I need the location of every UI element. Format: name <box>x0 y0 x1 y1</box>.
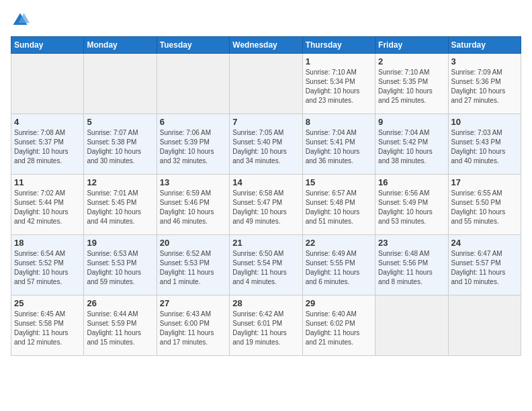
day-number: 1 <box>306 56 372 66</box>
cell-info: Sunrise: 7:06 AM Sunset: 5:39 PM Dayligh… <box>160 128 226 166</box>
day-number: 28 <box>232 298 299 308</box>
day-header-thursday: Thursday <box>302 37 375 54</box>
cell-info: Sunrise: 6:47 AM Sunset: 5:57 PM Dayligh… <box>451 249 518 287</box>
day-number: 8 <box>306 117 372 127</box>
day-number: 11 <box>14 177 81 187</box>
cell-info: Sunrise: 6:58 AM Sunset: 5:47 PM Dayligh… <box>232 189 299 226</box>
calendar-cell: 25Sunrise: 6:45 AM Sunset: 5:58 PM Dayli… <box>11 295 84 356</box>
day-number: 27 <box>160 298 226 308</box>
cell-info: Sunrise: 7:10 AM Sunset: 5:35 PM Dayligh… <box>378 68 445 105</box>
day-number: 17 <box>451 177 518 187</box>
day-number: 20 <box>160 238 226 248</box>
calendar-cell: 21Sunrise: 6:50 AM Sunset: 5:54 PM Dayli… <box>230 235 302 295</box>
calendar-cell: 3Sunrise: 7:09 AM Sunset: 5:36 PM Daylig… <box>448 54 521 114</box>
cell-info: Sunrise: 7:05 AM Sunset: 5:40 PM Dayligh… <box>232 128 299 166</box>
calendar-cell <box>157 54 229 114</box>
day-number: 24 <box>451 238 518 248</box>
calendar-cell: 9Sunrise: 7:04 AM Sunset: 5:42 PM Daylig… <box>375 114 448 175</box>
calendar-cell <box>84 54 157 114</box>
logo <box>11 11 32 30</box>
cell-info: Sunrise: 6:54 AM Sunset: 5:52 PM Dayligh… <box>14 249 81 287</box>
calendar-cell: 10Sunrise: 7:03 AM Sunset: 5:43 PM Dayli… <box>448 114 521 175</box>
cell-info: Sunrise: 7:04 AM Sunset: 5:42 PM Dayligh… <box>378 128 445 166</box>
day-header-saturday: Saturday <box>448 37 521 54</box>
week-row-2: 4Sunrise: 7:08 AM Sunset: 5:37 PM Daylig… <box>11 114 521 175</box>
cell-info: Sunrise: 7:07 AM Sunset: 5:38 PM Dayligh… <box>87 128 153 166</box>
calendar-cell: 11Sunrise: 7:02 AM Sunset: 5:44 PM Dayli… <box>11 175 84 235</box>
calendar-cell <box>375 295 448 356</box>
day-number: 22 <box>306 238 372 248</box>
cell-info: Sunrise: 7:01 AM Sunset: 5:45 PM Dayligh… <box>87 189 153 226</box>
day-header-wednesday: Wednesday <box>230 37 302 54</box>
calendar-cell: 1Sunrise: 7:10 AM Sunset: 5:34 PM Daylig… <box>302 54 375 114</box>
week-row-5: 25Sunrise: 6:45 AM Sunset: 5:58 PM Dayli… <box>11 295 521 356</box>
calendar-cell: 14Sunrise: 6:58 AM Sunset: 5:47 PM Dayli… <box>230 175 302 235</box>
calendar-table: SundayMondayTuesdayWednesdayThursdayFrid… <box>11 36 521 356</box>
calendar-cell: 19Sunrise: 6:53 AM Sunset: 5:53 PM Dayli… <box>84 235 157 295</box>
cell-info: Sunrise: 6:52 AM Sunset: 5:53 PM Dayligh… <box>160 249 226 287</box>
day-number: 19 <box>87 238 153 248</box>
logo-icon <box>11 11 30 30</box>
calendar-cell: 20Sunrise: 6:52 AM Sunset: 5:53 PM Dayli… <box>157 235 229 295</box>
day-number: 26 <box>87 298 153 308</box>
day-header-tuesday: Tuesday <box>157 37 229 54</box>
day-number: 16 <box>378 177 445 187</box>
cell-info: Sunrise: 6:57 AM Sunset: 5:48 PM Dayligh… <box>306 189 372 226</box>
day-number: 5 <box>87 117 153 127</box>
day-number: 29 <box>306 298 372 308</box>
cell-info: Sunrise: 7:03 AM Sunset: 5:43 PM Dayligh… <box>451 128 518 166</box>
day-number: 3 <box>451 56 518 66</box>
cell-info: Sunrise: 6:42 AM Sunset: 6:01 PM Dayligh… <box>232 310 299 347</box>
week-row-3: 11Sunrise: 7:02 AM Sunset: 5:44 PM Dayli… <box>11 175 521 235</box>
calendar-cell <box>448 295 521 356</box>
calendar-cell: 28Sunrise: 6:42 AM Sunset: 6:01 PM Dayli… <box>230 295 302 356</box>
cell-info: Sunrise: 6:43 AM Sunset: 6:00 PM Dayligh… <box>160 310 226 347</box>
week-row-1: 1Sunrise: 7:10 AM Sunset: 5:34 PM Daylig… <box>11 54 521 114</box>
calendar-cell: 16Sunrise: 6:56 AM Sunset: 5:49 PM Dayli… <box>375 175 448 235</box>
day-header-monday: Monday <box>84 37 157 54</box>
day-number: 7 <box>232 117 299 127</box>
cell-info: Sunrise: 6:59 AM Sunset: 5:46 PM Dayligh… <box>160 189 226 226</box>
cell-info: Sunrise: 7:09 AM Sunset: 5:36 PM Dayligh… <box>451 68 518 105</box>
cell-info: Sunrise: 6:56 AM Sunset: 5:49 PM Dayligh… <box>378 189 445 226</box>
cell-info: Sunrise: 6:55 AM Sunset: 5:50 PM Dayligh… <box>451 189 518 226</box>
day-header-friday: Friday <box>375 37 448 54</box>
day-number: 9 <box>378 117 445 127</box>
cell-info: Sunrise: 6:44 AM Sunset: 5:59 PM Dayligh… <box>87 310 153 347</box>
day-number: 14 <box>232 177 299 187</box>
cell-info: Sunrise: 6:50 AM Sunset: 5:54 PM Dayligh… <box>232 249 299 287</box>
calendar-cell: 23Sunrise: 6:48 AM Sunset: 5:56 PM Dayli… <box>375 235 448 295</box>
calendar-cell: 18Sunrise: 6:54 AM Sunset: 5:52 PM Dayli… <box>11 235 84 295</box>
day-number: 6 <box>160 117 226 127</box>
day-number: 18 <box>14 238 81 248</box>
cell-info: Sunrise: 6:40 AM Sunset: 6:02 PM Dayligh… <box>306 310 372 347</box>
calendar-cell: 7Sunrise: 7:05 AM Sunset: 5:40 PM Daylig… <box>230 114 302 175</box>
cell-info: Sunrise: 6:53 AM Sunset: 5:53 PM Dayligh… <box>87 249 153 287</box>
day-number: 4 <box>14 117 81 127</box>
calendar-cell: 27Sunrise: 6:43 AM Sunset: 6:00 PM Dayli… <box>157 295 229 356</box>
header-row: SundayMondayTuesdayWednesdayThursdayFrid… <box>11 37 521 54</box>
calendar-cell <box>230 54 302 114</box>
day-number: 13 <box>160 177 226 187</box>
calendar-cell: 15Sunrise: 6:57 AM Sunset: 5:48 PM Dayli… <box>302 175 375 235</box>
day-header-sunday: Sunday <box>11 37 84 54</box>
cell-info: Sunrise: 7:04 AM Sunset: 5:41 PM Dayligh… <box>306 128 372 166</box>
day-number: 10 <box>451 117 518 127</box>
cell-info: Sunrise: 7:02 AM Sunset: 5:44 PM Dayligh… <box>14 189 81 226</box>
header <box>11 11 521 30</box>
day-number: 23 <box>378 238 445 248</box>
calendar-cell: 12Sunrise: 7:01 AM Sunset: 5:45 PM Dayli… <box>84 175 157 235</box>
calendar-cell: 13Sunrise: 6:59 AM Sunset: 5:46 PM Dayli… <box>157 175 229 235</box>
calendar-cell: 8Sunrise: 7:04 AM Sunset: 5:41 PM Daylig… <box>302 114 375 175</box>
cell-info: Sunrise: 6:48 AM Sunset: 5:56 PM Dayligh… <box>378 249 445 287</box>
calendar-cell: 24Sunrise: 6:47 AM Sunset: 5:57 PM Dayli… <box>448 235 521 295</box>
cell-info: Sunrise: 7:10 AM Sunset: 5:34 PM Dayligh… <box>306 68 372 105</box>
cell-info: Sunrise: 6:49 AM Sunset: 5:55 PM Dayligh… <box>306 249 372 287</box>
day-number: 12 <box>87 177 153 187</box>
day-number: 25 <box>14 298 81 308</box>
day-number: 15 <box>306 177 372 187</box>
day-number: 2 <box>378 56 445 66</box>
cell-info: Sunrise: 7:08 AM Sunset: 5:37 PM Dayligh… <box>14 128 81 166</box>
calendar-cell: 22Sunrise: 6:49 AM Sunset: 5:55 PM Dayli… <box>302 235 375 295</box>
calendar-cell: 5Sunrise: 7:07 AM Sunset: 5:38 PM Daylig… <box>84 114 157 175</box>
